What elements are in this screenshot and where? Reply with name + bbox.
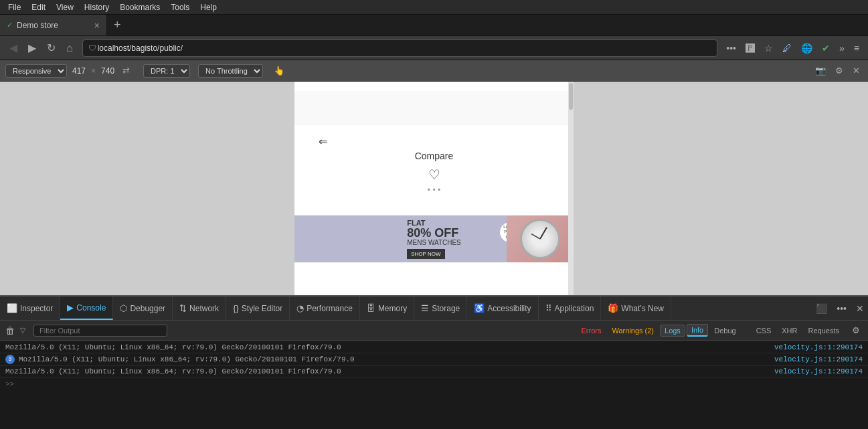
whats-new-label: What's New: [621, 304, 664, 313]
bookmark-button[interactable]: ☆: [761, 41, 776, 55]
inspector-label: Inspector: [20, 304, 53, 313]
debug-filter-button[interactable]: Debug: [709, 325, 740, 337]
responsive-right-icons: 📷 ⚙ ✕: [812, 64, 863, 77]
menu-bar: File Edit View History Bookmarks Tools H…: [0, 0, 868, 15]
tab-inspector[interactable]: ⬜ Inspector: [0, 296, 60, 320]
menu-file[interactable]: File: [3, 1, 26, 13]
console-prompt[interactable]: [0, 377, 868, 391]
devtools-more-button[interactable]: •••: [833, 301, 851, 317]
clear-console-button[interactable]: 🗑: [5, 325, 15, 336]
filter-icon: ▽: [20, 326, 25, 335]
extension-circle-button[interactable]: 🌐: [798, 41, 816, 55]
close-tab-button[interactable]: ×: [94, 21, 100, 30]
console-settings-button[interactable]: ⚙: [849, 324, 863, 337]
browser-tab[interactable]: ✓ Demo store ×: [0, 15, 107, 35]
console-row-link-3[interactable]: velocity.js:1:290174: [774, 367, 863, 375]
console-toolbar: 🗑 ▽ Errors Warnings (2) Logs Info Debug …: [0, 321, 868, 341]
devtools-close-button[interactable]: ✕: [852, 301, 868, 317]
dots-text: • • •: [428, 185, 440, 195]
scrollbar[interactable]: [568, 82, 574, 295]
tab-application[interactable]: ⠿ Application: [539, 296, 602, 320]
network-label: Network: [189, 304, 219, 313]
extension-green-button[interactable]: ✔: [818, 41, 833, 55]
tab-storage[interactable]: ☰ Storage: [414, 296, 467, 320]
shop-now-button[interactable]: SHOP NOW: [407, 249, 444, 259]
devtools-tab-right-controls: ⬛ ••• ✕: [812, 301, 868, 317]
menu-help[interactable]: Help: [195, 1, 222, 13]
debugger-label: Debugger: [130, 304, 165, 313]
touch-button[interactable]: 👆: [271, 64, 287, 77]
style-editor-label: Style Editor: [242, 304, 282, 313]
scrollbar-thumb[interactable]: [569, 83, 573, 110]
tab-whats-new[interactable]: 🎁 What's New: [601, 296, 671, 320]
console-row-badge: 3: [5, 355, 15, 364]
promo-banner: FLAT 80% OFF MENS WATCHES SHOP NOW Limit…: [294, 216, 574, 262]
more-options-button[interactable]: •••: [723, 41, 740, 55]
whats-new-icon: 🎁: [608, 303, 618, 313]
console-row: 3 Mozilla/5.0 (X11; Ubuntu; Linux x86_64…: [0, 353, 868, 366]
requests-filter-button[interactable]: Requests: [804, 325, 844, 337]
application-icon: ⠿: [545, 303, 552, 313]
viewport-height: 740: [101, 66, 114, 76]
console-row-text-3: Mozilla/5.0 (X11; Ubuntu; Linux x86_64; …: [5, 367, 769, 375]
tab-style-editor[interactable]: {} Style Editor: [226, 296, 290, 320]
forward-button[interactable]: ▶: [24, 39, 40, 57]
xhr-filter-button[interactable]: XHR: [777, 325, 802, 337]
pocket-button[interactable]: 🅿: [742, 41, 758, 55]
extension-purple-button[interactable]: 🖊: [779, 41, 795, 55]
heart-icon: ♡: [428, 167, 440, 183]
warnings-filter-button[interactable]: Warnings (2): [607, 325, 659, 337]
devtools-dock-button[interactable]: ⬛: [812, 301, 831, 317]
browser-viewport: ⇐ Compare ♡ • • • FLAT 80% OFF MENS WATC…: [0, 82, 868, 295]
console-row-text-1: Mozilla/5.0 (X11; Ubuntu; Linux x86_64; …: [5, 343, 769, 351]
filter-input[interactable]: [33, 325, 167, 337]
accessibility-icon: ♿: [474, 303, 485, 313]
promo-off-text: 80% OFF: [407, 227, 461, 239]
logs-filter-button[interactable]: Logs: [660, 325, 685, 337]
dpr-select[interactable]: DPR: 1: [143, 64, 190, 78]
compare-text: Compare: [415, 151, 454, 161]
dimension-separator: ×: [91, 66, 96, 76]
style-editor-icon: {}: [233, 303, 239, 313]
tab-memory[interactable]: 🗄 Memory: [360, 296, 414, 320]
menu-button[interactable]: ≡: [851, 41, 863, 55]
rotate-button[interactable]: ⇄: [120, 64, 133, 77]
extensions-overflow-button[interactable]: »: [836, 41, 848, 55]
storage-label: Storage: [432, 304, 460, 313]
menu-history[interactable]: History: [79, 1, 114, 13]
menu-view[interactable]: View: [51, 1, 79, 13]
css-filter-button[interactable]: CSS: [752, 325, 776, 337]
debugger-icon: ⬡: [120, 303, 127, 313]
watch-image: [507, 216, 574, 262]
back-button[interactable]: ◀: [5, 39, 21, 57]
menu-tools[interactable]: Tools: [165, 1, 195, 13]
new-tab-button[interactable]: +: [107, 15, 128, 35]
responsive-preset-select[interactable]: Responsive: [5, 64, 67, 78]
responsive-settings-button[interactable]: ⚙: [833, 64, 846, 77]
info-filter-button[interactable]: Info: [687, 324, 708, 337]
tab-performance[interactable]: ◔ Performance: [290, 296, 360, 320]
responsive-toolbar: Responsive 417 × 740 ⇄ DPR: 1 No Throttl…: [0, 60, 868, 82]
nav-icons: ••• 🅿 ☆ 🖊 🌐 ✔ » ≡: [723, 41, 863, 55]
url-text: localhost/bagisto/public/: [98, 44, 712, 53]
console-row-link-1[interactable]: velocity.js:1:290174: [774, 343, 863, 351]
tab-checkmark: ✓: [7, 21, 13, 29]
close-responsive-button[interactable]: ✕: [850, 64, 863, 77]
menu-bookmarks[interactable]: Bookmarks: [114, 1, 165, 13]
shield-icon: 🛡: [88, 44, 96, 53]
throttle-select[interactable]: No Throttling: [198, 64, 263, 78]
browser-content: ⇐ Compare ♡ • • • FLAT 80% OFF MENS WATC…: [294, 82, 574, 295]
menu-edit[interactable]: Edit: [26, 1, 51, 13]
tab-network[interactable]: ⇅ Network: [173, 296, 226, 320]
errors-filter-button[interactable]: Errors: [577, 325, 606, 337]
reload-button[interactable]: ↻: [43, 39, 60, 57]
console-row-link-2[interactable]: velocity.js:1:290174: [774, 355, 863, 363]
url-bar[interactable]: 🛡 localhost/bagisto/public/: [82, 39, 718, 57]
tab-debugger[interactable]: ⬡ Debugger: [113, 296, 173, 320]
screenshot-button[interactable]: 📷: [812, 64, 829, 77]
console-icon: ▶: [67, 303, 74, 313]
tab-console[interactable]: ▶ Console: [60, 296, 113, 320]
tab-accessibility[interactable]: ♿ Accessibility: [467, 296, 538, 320]
inspector-icon: ⬜: [7, 303, 17, 313]
home-button[interactable]: ⌂: [62, 39, 77, 57]
